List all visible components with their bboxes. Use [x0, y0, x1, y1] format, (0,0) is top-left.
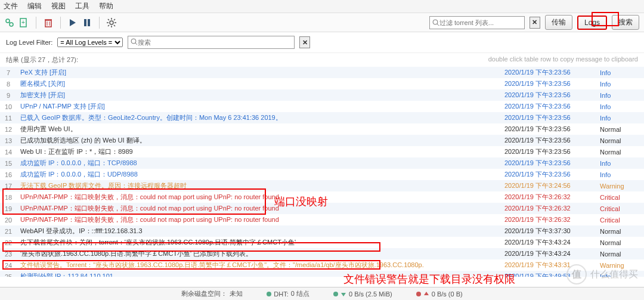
row-level: Normal: [596, 146, 644, 157]
row-num: 15: [0, 157, 17, 169]
clear-filter-button[interactable]: ✕: [530, 17, 540, 29]
row-msg: 已载入 GeoIP 数据库。类型：GeoLite2-Country。创建时间：M…: [17, 112, 501, 123]
table-row[interactable]: 14Web UI：正在监听 IP：*，端口：89892020/1/19 下午3:…: [0, 146, 644, 157]
row-level: Info: [596, 169, 644, 180]
menu-view[interactable]: 视图: [51, 1, 66, 11]
row-msg: WebAPI 登录成功。IP：::ffff:192.168.31.3: [17, 225, 501, 237]
table-row[interactable]: 21WebAPI 登录成功。IP：::ffff:192.168.31.32020…: [0, 225, 644, 237]
row-num: 23: [0, 248, 17, 259]
svg-point-23: [131, 39, 136, 44]
row-msg: 已成功加载所选地区 (zh) 的 Web UI 翻译。: [17, 135, 501, 146]
svg-line-2: [9, 22, 10, 23]
row-num: 7: [0, 67, 17, 78]
row-level: Info: [596, 67, 644, 78]
torrent-filter-box[interactable]: [429, 16, 525, 29]
play-icon[interactable]: [68, 18, 78, 27]
row-msg: UPnP/NAT-PMP：端口映射失败，消息：could not map por…: [17, 214, 501, 225]
row-time: 2020/1/19 下午3:26:32: [501, 203, 596, 214]
results-header: 结果 (显示 27，总计 27): double click table row…: [0, 53, 644, 67]
log-search-input[interactable]: [138, 39, 292, 46]
row-msg: 加密支持 [开启]: [17, 89, 501, 101]
svg-point-12: [110, 21, 113, 24]
tab-transfer[interactable]: 传输: [545, 15, 572, 30]
disk-space: 剩余磁盘空间：未知: [181, 289, 243, 298]
row-level: Warning: [596, 180, 644, 191]
menu-help[interactable]: 帮助: [99, 1, 113, 11]
row-time: 2020/1/19 下午3:23:56: [501, 169, 596, 180]
results-summary: 结果 (显示 27，总计 27):: [6, 55, 78, 64]
row-msg: UPnP / NAT-PMP 支持 [开启]: [17, 101, 501, 112]
menu-edit[interactable]: 编辑: [27, 1, 42, 11]
row-time: 2020/1/19 下午3:43:24: [501, 237, 596, 248]
menu-tools[interactable]: 工具: [75, 1, 89, 11]
tab-search[interactable]: 搜索: [612, 15, 639, 30]
row-num: 13: [0, 135, 17, 146]
row-time: 2020/1/19 下午3:23:56: [501, 78, 596, 89]
table-row[interactable]: 25检测到外部 IP：112.84.110.1012020/1/19 下午3:4…: [0, 271, 644, 277]
log-filter-row: Log Level Filter: = All Log Levels = ✕: [0, 32, 644, 53]
row-msg: 先下载首尾文件块：关闭，torrent：'座头市凶状旅.1963.CC.1080…: [17, 237, 501, 248]
gear-icon[interactable]: [107, 18, 116, 27]
log-scroll[interactable]: 7PeX 支持 [开启]2020/1/19 下午3:23:56Info8匿名模式…: [0, 67, 644, 277]
row-time: 2020/1/19 下午3:26:32: [501, 191, 596, 203]
table-row[interactable]: 12使用内置 Web UI。2020/1/19 下午3:23:56Normal: [0, 123, 644, 135]
table-row[interactable]: 22先下载首尾文件块：关闭，torrent：'座头市凶状旅.1963.CC.10…: [0, 237, 644, 248]
row-time: 2020/1/19 下午3:26:32: [501, 214, 596, 225]
add-file-icon[interactable]: +: [19, 18, 29, 27]
row-time: 2020/1/19 下午3:43:24: [501, 248, 596, 259]
log-level-select[interactable]: = All Log Levels =: [57, 38, 123, 47]
row-level: Normal: [596, 237, 644, 248]
up-speed: 0 B/s (0 B): [416, 290, 463, 298]
row-num: 10: [0, 101, 17, 112]
svg-rect-10: [84, 19, 86, 26]
torrent-filter-input[interactable]: [439, 19, 522, 26]
table-row[interactable]: 18UPnP/NAT-PMP：端口映射失败，消息：could not map p…: [0, 191, 644, 203]
row-time: 2020/1/19 下午3:23:56: [501, 101, 596, 112]
log-search-box[interactable]: [128, 36, 295, 49]
table-row[interactable]: 8匿名模式 [关闭]2020/1/19 下午3:23:56Info: [0, 78, 644, 89]
row-level: Info: [596, 112, 644, 123]
table-row[interactable]: 7PeX 支持 [开启]2020/1/19 下午3:23:56Info: [0, 67, 644, 78]
table-row[interactable]: 9加密支持 [开启]2020/1/19 下午3:23:56Info: [0, 89, 644, 101]
table-row[interactable]: 24文件错误警告。Torrent："座头市凶状旅.1963.CC.1080p.日…: [0, 259, 644, 271]
row-time: 2020/1/19 下午3:24:56: [501, 180, 596, 191]
row-level: Normal: [596, 123, 644, 135]
search-icon: [432, 18, 439, 27]
row-msg: UPnP/NAT-PMP：端口映射失败，消息：could not map por…: [17, 203, 501, 214]
menu-file[interactable]: 文件: [4, 1, 18, 11]
watermark-text: 什么值得买: [590, 268, 638, 281]
tab-logs[interactable]: Logs: [577, 16, 607, 30]
search-icon: [131, 38, 138, 47]
row-num: 18: [0, 191, 17, 203]
row-msg: UPnP/NAT-PMP：端口映射失败，消息：could not map por…: [17, 191, 501, 203]
watermark-icon: 值: [566, 264, 587, 284]
table-row[interactable]: 23'座头市凶状旅.1963.CC.1080p.日语.简繁中字￡CMCT小鱼' …: [0, 248, 644, 259]
row-num: 22: [0, 237, 17, 248]
table-row[interactable]: 10UPnP / NAT-PMP 支持 [开启]2020/1/19 下午3:23…: [0, 101, 644, 112]
svg-rect-5: [45, 20, 51, 27]
row-num: 19: [0, 203, 17, 214]
clear-search-button[interactable]: ✕: [299, 36, 310, 48]
row-msg: 成功监听 IP：0.0.0.0，端口：TCP/8988: [17, 157, 501, 169]
row-num: 9: [0, 89, 17, 101]
row-num: 14: [0, 146, 17, 157]
table-row[interactable]: 16成功监听 IP：0.0.0.0，端口：UDP/89882020/1/19 下…: [0, 169, 644, 180]
svg-rect-11: [88, 19, 90, 26]
table-row[interactable]: 17无法下载 GeoIP 数据库文件。原因：连接远程服务器超时2020/1/19…: [0, 180, 644, 191]
table-row[interactable]: 13已成功加载所选地区 (zh) 的 Web UI 翻译。2020/1/19 下…: [0, 135, 644, 146]
table-row[interactable]: 15成功监听 IP：0.0.0.0，端口：TCP/89882020/1/19 下…: [0, 157, 644, 169]
row-msg: Web UI：正在监听 IP：*，端口：8989: [17, 146, 501, 157]
row-msg: 文件错误警告。Torrent："座头市凶状旅.1963.CC.1080p.日语.…: [17, 259, 501, 271]
row-time: 2020/1/19 下午3:23:56: [501, 157, 596, 169]
row-time: 2020/1/19 下午3:23:56: [501, 135, 596, 146]
table-row[interactable]: 20UPnP/NAT-PMP：端口映射失败，消息：could not map p…: [0, 214, 644, 225]
row-num: 25: [0, 271, 17, 277]
row-msg: '座头市凶状旅.1963.CC.1080p.日语.简繁中字￡CMCT小鱼' 已添…: [17, 248, 501, 259]
pause-icon[interactable]: [82, 18, 92, 27]
log-table: 7PeX 支持 [开启]2020/1/19 下午3:23:56Info8匿名模式…: [0, 67, 644, 277]
add-link-icon[interactable]: [5, 18, 14, 27]
table-row[interactable]: 19UPnP/NAT-PMP：端口映射失败，消息：could not map p…: [0, 203, 644, 214]
delete-icon[interactable]: [44, 18, 53, 27]
row-time: 2020/1/19 下午3:23:56: [501, 146, 596, 157]
table-row[interactable]: 11已载入 GeoIP 数据库。类型：GeoLite2-Country。创建时间…: [0, 112, 644, 123]
